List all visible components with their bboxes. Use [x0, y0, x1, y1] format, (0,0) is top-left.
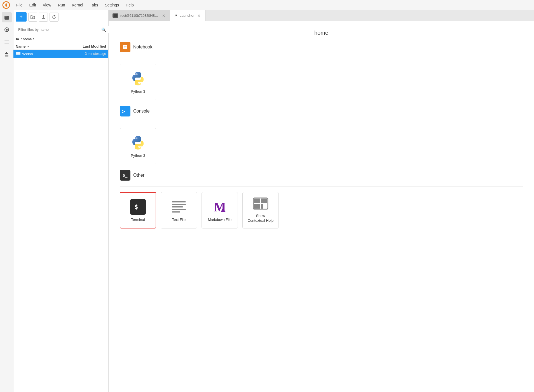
sidebar-commands-icon[interactable] [2, 37, 12, 47]
launcher-home-title: home [120, 30, 523, 36]
svg-rect-21 [254, 204, 260, 209]
python3-notebook-label: Python 3 [131, 89, 145, 94]
file-time: 3 minutes ago [67, 52, 106, 56]
markdown-icon: M [212, 199, 228, 215]
textfile-card-label: Text File [172, 218, 186, 222]
python3-console-label: Python 3 [131, 153, 145, 158]
file-row[interactable]: wsdan 3 minutes ago [13, 50, 108, 58]
terminal-icon: $_ [130, 199, 146, 215]
console-cards: Python 3 [120, 128, 523, 164]
other-section-label: Other [133, 173, 144, 178]
sidebar-files-icon[interactable] [2, 12, 12, 22]
terminal-tab-close[interactable]: ✕ [161, 13, 166, 18]
file-list: wsdan 3 minutes ago [13, 50, 108, 392]
svg-point-14 [136, 137, 137, 139]
refresh-icon [52, 15, 56, 19]
svg-rect-20 [261, 199, 267, 203]
breadcrumb: / home / [13, 35, 108, 43]
upload-icon [41, 15, 46, 19]
svg-rect-5 [4, 41, 9, 41]
icon-sidebar [0, 10, 13, 392]
tab-bar: ⬛ root@6110b71032f848367f ✕ ↗ Launcher ✕ [109, 10, 534, 21]
launcher-tab[interactable]: ↗ Launcher ✕ [170, 10, 205, 21]
content-area: ⬛ root@6110b71032f848367f ✕ ↗ Launcher ✕… [109, 10, 534, 392]
terminal-tab-icon: ⬛ [113, 13, 118, 18]
breadcrumb-path: / home / [21, 37, 34, 41]
svg-point-12 [136, 73, 137, 74]
svg-point-15 [139, 147, 140, 148]
notebook-section-header: Notebook [120, 42, 523, 52]
svg-rect-6 [4, 42, 9, 42]
refresh-button[interactable] [50, 13, 58, 22]
notebook-section-label: Notebook [133, 45, 153, 50]
other-section-icon: $_ [120, 170, 130, 181]
plus-icon: + [20, 14, 23, 20]
search-input[interactable] [16, 26, 109, 33]
svg-rect-4 [6, 29, 8, 31]
search-bar: 🔍 [13, 24, 108, 35]
python3-console-card[interactable]: Python 3 [120, 128, 156, 164]
terminal-card-label: Terminal [131, 218, 145, 222]
new-button[interactable]: + [16, 12, 27, 22]
python3-notebook-card[interactable]: Python 3 [120, 64, 156, 100]
sort-arrow: ▲ [27, 45, 29, 48]
console-section-label: Console [133, 109, 150, 114]
file-name: wsdan [22, 52, 67, 56]
markdown-card[interactable]: M Markdown File [202, 192, 238, 228]
sidebar-running-icon[interactable] [2, 25, 12, 35]
svg-rect-7 [4, 43, 9, 43]
terminal-card[interactable]: $_ Terminal [120, 192, 156, 228]
folder-item-icon [16, 51, 21, 56]
new-folder-icon [31, 15, 35, 19]
main-layout: + [0, 10, 534, 392]
contextual-help-card[interactable]: ShowContextual Help [242, 192, 279, 228]
console-section-icon: >_ [120, 106, 130, 116]
svg-text:M: M [214, 200, 226, 214]
python-notebook-icon [130, 71, 146, 87]
notebook-section-icon [120, 42, 130, 52]
menu-view[interactable]: View [40, 2, 54, 8]
svg-rect-22 [261, 204, 263, 209]
textfile-card[interactable]: Text File [161, 192, 197, 228]
menu-help[interactable]: Help [123, 2, 137, 8]
svg-point-13 [139, 83, 140, 84]
contextual-help-icon [253, 197, 268, 211]
menu-tabs[interactable]: Tabs [87, 2, 101, 8]
other-divider [120, 186, 523, 186]
launcher-tab-close[interactable]: ✕ [197, 13, 201, 18]
upload-button[interactable] [39, 13, 48, 22]
launcher-tab-icon: ↗ [174, 13, 177, 18]
new-folder-button[interactable] [28, 13, 37, 22]
folder-icon [16, 37, 20, 41]
menu-file[interactable]: File [13, 2, 25, 8]
terminal-tab-label: root@6110b71032f848367f [120, 14, 159, 18]
contextual-help-label: ShowContextual Help [248, 214, 274, 223]
file-toolbar: + [13, 10, 108, 24]
textfile-icon [172, 199, 186, 215]
app-logo [2, 1, 10, 9]
sidebar-extensions-icon[interactable] [2, 49, 12, 59]
notebook-cards: Python 3 [120, 64, 523, 100]
col-modified-header[interactable]: Last Modified [67, 44, 106, 48]
launcher: home Notebook [109, 21, 534, 392]
notebook-divider [120, 58, 523, 58]
file-panel: + [13, 10, 109, 392]
other-cards: $_ Terminal Text File [120, 192, 523, 228]
launcher-tab-label: Launcher [179, 13, 195, 18]
menu-run[interactable]: Run [55, 2, 68, 8]
console-divider [120, 122, 523, 122]
svg-rect-19 [254, 199, 260, 203]
markdown-card-label: Markdown File [208, 218, 232, 222]
col-name-header[interactable]: Name ▲ [16, 44, 67, 48]
python-console-icon [130, 135, 146, 151]
terminal-tab[interactable]: ⬛ root@6110b71032f848367f ✕ [109, 10, 170, 21]
menubar: File Edit View Run Kernel Tabs Settings … [0, 0, 534, 10]
svg-rect-8 [5, 55, 8, 57]
other-section-header: $_ Other [120, 170, 523, 181]
file-list-header: Name ▲ Last Modified [13, 43, 108, 50]
svg-rect-2 [4, 16, 7, 17]
menu-settings[interactable]: Settings [102, 2, 122, 8]
menu-edit[interactable]: Edit [27, 2, 39, 8]
menu-kernel[interactable]: Kernel [69, 2, 86, 8]
console-section-header: >_ Console [120, 106, 523, 116]
